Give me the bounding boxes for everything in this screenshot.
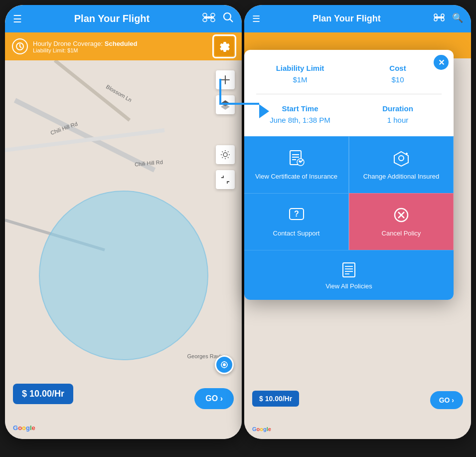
- svg-point-9: [203, 13, 207, 17]
- clock-icon: [12, 38, 28, 54]
- svg-point-5: [438, 16, 440, 18]
- svg-line-32: [228, 152, 229, 153]
- svg-point-11: [203, 18, 207, 22]
- policy-modal: ✕ Liability Limit $1M Cost $10 Start Tim…: [244, 50, 454, 300]
- liability-label: Liability Limit: [256, 64, 344, 72]
- map-layers-ctrl[interactable]: [216, 95, 235, 114]
- contact-support-label: Contact Support: [273, 229, 320, 238]
- map-area[interactable]: Chili Hill Rd Blossom Ln Chili Hill Rd G…: [5, 60, 242, 439]
- map-brightness-ctrl[interactable]: [216, 145, 235, 164]
- action-grid: View Certificate of Insurance Change Add…: [244, 136, 454, 250]
- start-time-cell: Start Time June 8th, 1:38 PM: [256, 104, 344, 124]
- right-bg-header: ☰ Plan Your Flight 🔍: [244, 5, 471, 32]
- left-header: ☰ Plan Your Flight: [5, 5, 242, 32]
- right-bg-price: $ 10.00/Hr: [252, 391, 299, 407]
- left-phone: ☰ Plan Your Flight: [5, 5, 242, 439]
- coverage-circle: [39, 191, 208, 360]
- banner-text: Hourly Drone Coverage: Scheduled Liabili…: [33, 40, 214, 53]
- svg-line-33: [222, 157, 223, 158]
- liability-cell: Liability Limit $1M: [256, 64, 344, 84]
- map-unknown-ctrl[interactable]: [216, 70, 235, 89]
- change-insured-button[interactable]: Change Additional Insured: [349, 136, 454, 193]
- view-all-label: View All Policies: [325, 282, 372, 290]
- svg-line-30: [222, 152, 223, 153]
- cost-label: Cost: [354, 64, 442, 72]
- svg-point-12: [211, 18, 215, 22]
- start-time-value: June 8th, 1:38 PM: [256, 116, 344, 124]
- view-all-policies-button[interactable]: View All Policies: [244, 250, 454, 300]
- cancel-policy-button[interactable]: Cancel Policy: [349, 193, 454, 250]
- svg-point-25: [223, 153, 227, 157]
- svg-point-13: [208, 16, 210, 19]
- right-bg-search-icon: 🔍: [452, 12, 463, 25]
- info-grid-top: Liability Limit $1M Cost $10: [244, 50, 454, 94]
- search-icon[interactable]: [223, 12, 234, 25]
- map-crop-ctrl[interactable]: [216, 170, 235, 189]
- info-grid-bottom: Start Time June 8th, 1:38 PM Duration 1 …: [244, 94, 454, 136]
- cancel-policy-label: Cancel Policy: [382, 229, 421, 238]
- svg-line-31: [228, 157, 229, 158]
- svg-line-15: [230, 19, 233, 22]
- right-bg-menu-icon: ☰: [252, 13, 260, 24]
- svg-point-14: [224, 13, 231, 20]
- right-bg-go-button[interactable]: GO ›: [430, 391, 463, 409]
- banner-line1: Hourly Drone Coverage: Scheduled: [33, 40, 214, 47]
- location-button[interactable]: [215, 355, 234, 374]
- view-certificate-label: View Certificate of Insurance: [255, 173, 337, 181]
- right-bg-google: Google: [252, 426, 271, 432]
- svg-point-46: [399, 156, 404, 161]
- google-label: Google: [13, 423, 35, 432]
- coverage-banner: Hourly Drone Coverage: Scheduled Liabili…: [5, 32, 242, 60]
- svg-rect-54: [343, 263, 355, 277]
- arrow-connector: [219, 95, 259, 97]
- app-title: Plan Your Flight: [22, 13, 202, 24]
- banner-line2: Liability Limit: $1M: [33, 47, 214, 53]
- price-display: $ 10.00/Hr: [13, 384, 73, 404]
- view-certificate-button[interactable]: View Certificate of Insurance: [244, 136, 349, 193]
- contact-support-button[interactable]: ? Contact Support: [244, 193, 349, 250]
- svg-text:?: ?: [294, 210, 299, 218]
- start-time-label: Start Time: [256, 104, 344, 113]
- svg-rect-22: [225, 75, 226, 84]
- svg-point-10: [211, 13, 215, 17]
- go-button[interactable]: GO ›: [194, 388, 234, 409]
- duration-cell: Duration 1 hour: [354, 104, 442, 124]
- duration-value: 1 hour: [354, 116, 442, 124]
- svg-point-34: [223, 363, 226, 366]
- liability-value: $1M: [256, 75, 344, 84]
- gear-button[interactable]: [214, 36, 235, 57]
- drone-icon: [202, 12, 216, 25]
- cost-cell: Cost $10: [354, 64, 442, 84]
- right-bg-drone-icon: [433, 12, 445, 25]
- change-insured-label: Change Additional Insured: [363, 173, 440, 181]
- duration-label: Duration: [354, 104, 442, 113]
- modal-close-button[interactable]: ✕: [434, 55, 449, 70]
- cost-value: $10: [354, 75, 442, 84]
- menu-icon[interactable]: ☰: [13, 13, 22, 25]
- right-bg-title: Plan Your Flight: [260, 13, 433, 24]
